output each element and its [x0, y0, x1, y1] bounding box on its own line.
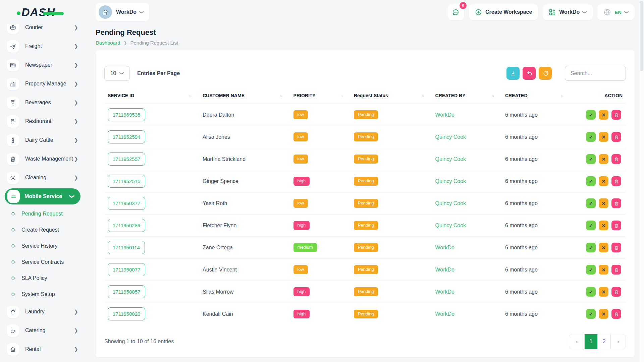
- sort-icon[interactable]: ↑↓: [280, 94, 282, 98]
- sort-icon[interactable]: ↑↓: [189, 94, 191, 98]
- service-id-badge[interactable]: 1711952515: [108, 175, 145, 188]
- column-header-created-by[interactable]: CREATED BY↑↓: [432, 91, 502, 104]
- page-scrollbar[interactable]: [639, 0, 644, 362]
- created-by-link[interactable]: Quincy Cook: [435, 156, 466, 162]
- delete-button[interactable]: [611, 287, 621, 297]
- delete-button[interactable]: [611, 309, 621, 319]
- sidebar-item-property-manage[interactable]: Property Manage❯: [0, 74, 95, 93]
- sidebar-item-catering[interactable]: Catering❯: [0, 321, 95, 340]
- approve-button[interactable]: ✓: [586, 221, 596, 230]
- reject-button[interactable]: ✕: [599, 176, 608, 186]
- reject-button[interactable]: ✕: [599, 110, 608, 120]
- page-button-2[interactable]: 2: [597, 334, 610, 349]
- column-header-label: SERVICE ID: [108, 93, 134, 98]
- created-by-link[interactable]: Quincy Cook: [435, 178, 466, 184]
- sidebar-item-mobile-service[interactable]: Mobile Service❯: [5, 188, 80, 204]
- approve-button[interactable]: ✓: [586, 198, 596, 208]
- approve-button[interactable]: ✓: [586, 176, 596, 186]
- column-header-customer-name[interactable]: CUSTOMER NAME↑↓: [199, 91, 290, 104]
- approve-button[interactable]: ✓: [586, 243, 596, 252]
- approve-button[interactable]: ✓: [586, 309, 596, 319]
- delete-button[interactable]: [611, 132, 621, 142]
- service-id-badge[interactable]: 1711950020: [108, 307, 145, 320]
- delete-button[interactable]: [611, 198, 621, 208]
- reject-button[interactable]: ✕: [599, 287, 608, 297]
- delete-button[interactable]: [611, 110, 621, 120]
- reject-button[interactable]: ✕: [599, 243, 608, 252]
- delete-button[interactable]: [611, 265, 621, 275]
- create-workspace-button[interactable]: Create Workspace: [469, 4, 538, 20]
- sidebar-item-newspaper[interactable]: Newspaper❯: [0, 56, 95, 74]
- sidebar-item-waste-management[interactable]: Waste Management❯: [0, 149, 95, 168]
- reject-button[interactable]: ✕: [599, 198, 608, 208]
- column-header-request-status[interactable]: Request Status↑↓: [351, 91, 432, 104]
- messages-button[interactable]: 0: [448, 4, 464, 20]
- approve-button[interactable]: ✓: [586, 132, 596, 142]
- sidebar-item-restaurant[interactable]: Restaurant❯: [0, 112, 95, 131]
- sidebar-subitem-pending-request[interactable]: Pending Request: [0, 206, 95, 222]
- reject-button[interactable]: ✕: [599, 309, 608, 319]
- sidebar-item-rental[interactable]: Rental❯: [0, 340, 95, 359]
- search-input[interactable]: [565, 66, 626, 81]
- reject-button[interactable]: ✕: [599, 132, 608, 142]
- created-by-link[interactable]: WorkDo: [435, 311, 455, 317]
- sidebar-subitem-system-setup[interactable]: System Setup: [0, 286, 95, 302]
- reject-button[interactable]: ✕: [599, 154, 608, 164]
- service-id-badge[interactable]: 1711950289: [108, 219, 145, 232]
- service-id-badge[interactable]: 1711950057: [108, 285, 145, 298]
- language-selector[interactable]: EN ❯: [597, 4, 635, 20]
- service-id-badge[interactable]: 1711952557: [108, 153, 145, 166]
- created-by-link[interactable]: WorkDo: [435, 245, 455, 250]
- brand-logo[interactable]: DASH: [0, 0, 95, 24]
- workspace-selector[interactable]: WorkDo ❯: [96, 3, 149, 21]
- approve-button[interactable]: ✓: [586, 287, 596, 297]
- back-button[interactable]: [523, 67, 536, 80]
- sidebar-item-cleaning[interactable]: Cleaning❯: [0, 168, 95, 187]
- column-header-created[interactable]: CREATED↑↓: [502, 91, 571, 104]
- next-page-button[interactable]: ›: [610, 334, 626, 349]
- scrollbar-thumb[interactable]: [640, 1, 643, 71]
- delete-button[interactable]: [611, 221, 621, 230]
- page-button-1[interactable]: 1: [584, 334, 597, 349]
- breadcrumb-dashboard-link[interactable]: Dashboard: [96, 40, 120, 46]
- created-by-link[interactable]: Quincy Cook: [435, 200, 466, 206]
- sort-icon[interactable]: ↑↓: [422, 94, 424, 98]
- approve-button[interactable]: ✓: [586, 265, 596, 275]
- sort-icon[interactable]: ↑↓: [340, 94, 342, 98]
- sort-icon[interactable]: ↑↓: [561, 94, 563, 98]
- workspace-switcher[interactable]: WorkDo ❯: [543, 4, 593, 20]
- reject-button[interactable]: ✕: [599, 265, 608, 275]
- reject-button[interactable]: ✕: [599, 221, 608, 230]
- approve-button[interactable]: ✓: [586, 154, 596, 164]
- created-by-link[interactable]: WorkDo: [435, 267, 455, 273]
- delete-button[interactable]: [611, 176, 621, 186]
- sidebar-item-beverages[interactable]: Beverages❯: [0, 93, 95, 112]
- sort-icon[interactable]: ↑↓: [491, 94, 494, 98]
- previous-page-button[interactable]: ‹: [569, 334, 584, 349]
- service-id-badge[interactable]: 1711950077: [108, 263, 145, 276]
- sidebar-subitem-create-request[interactable]: Create Request: [0, 222, 95, 238]
- created-by-link[interactable]: Quincy Cook: [435, 223, 466, 228]
- service-id-badge[interactable]: 1711950377: [108, 197, 145, 210]
- column-header-service-id[interactable]: SERVICE ID↑↓: [104, 91, 199, 104]
- sidebar-subitem-service-history[interactable]: Service History: [0, 238, 95, 254]
- service-id-badge[interactable]: 1711969535: [108, 108, 145, 121]
- entries-per-page-select[interactable]: 10 ❯: [104, 66, 130, 81]
- created-by-link[interactable]: Quincy Cook: [435, 134, 466, 140]
- sidebar-item-freight[interactable]: Freight❯: [0, 37, 95, 56]
- export-button[interactable]: [506, 67, 520, 80]
- sidebar-item-courier[interactable]: Courier❯: [0, 24, 95, 37]
- delete-button[interactable]: [611, 154, 621, 164]
- service-id-badge[interactable]: 1711950114: [108, 241, 145, 254]
- sidebar-subitem-sla-policy[interactable]: SLA Policy: [0, 270, 95, 286]
- delete-button[interactable]: [611, 243, 621, 252]
- sidebar-item-laundry[interactable]: Laundry❯: [0, 302, 95, 321]
- sidebar-subitem-service-contracts[interactable]: Service Contracts: [0, 254, 95, 270]
- created-by-link[interactable]: WorkDo: [435, 289, 455, 295]
- sidebar-item-dairy-cattle[interactable]: Dairy Cattle❯: [0, 131, 95, 149]
- service-id-badge[interactable]: 1711952594: [108, 130, 145, 143]
- refresh-button[interactable]: [539, 67, 552, 80]
- column-header-priority[interactable]: PRIORITY↑↓: [290, 91, 351, 104]
- approve-button[interactable]: ✓: [586, 110, 596, 120]
- created-by-link[interactable]: WorkDo: [435, 112, 455, 118]
